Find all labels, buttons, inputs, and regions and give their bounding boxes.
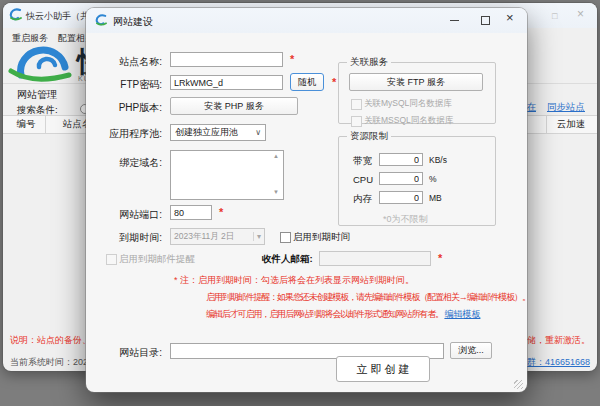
edit-template-link[interactable]: 编辑模板 [444,309,480,319]
mssql-checkbox[interactable] [351,116,362,127]
resource-limits-legend: 资源限制 [347,130,391,143]
footer-note-left: 说明：站点的备份、 [10,334,91,347]
mysql-checkbox-label: 关联MySQL同名数据库 [364,98,452,110]
sync-site-link[interactable]: 同步站点 [547,101,585,114]
associated-services-legend: 关联服务 [347,56,391,69]
dialog-title: 网站建设 [113,15,153,29]
browse-button[interactable]: 浏览... [450,342,492,359]
column-header-number[interactable]: 编号 [7,116,46,133]
chevron-down-icon: ∨ [255,128,261,137]
main-window-title: 快云小助手（共 [26,10,89,23]
desktop: 快云小助手（共 □ × 重启服务 配置相关 快 KU 网站管理 搜索条件: 存在… [0,0,600,406]
required-mark: * [219,206,223,218]
system-time-label: 当前系统时间：202 [10,356,88,369]
mysql-checkbox[interactable] [351,99,362,110]
note-line-3: 编辑后才可启用，启用后网站到期将会以邮件形式通知网站所有者。 编辑模板 [206,308,480,321]
cpu-unit: % [429,174,437,184]
dialog-app-icon [95,14,108,27]
bandwidth-input[interactable] [379,153,423,166]
note-line-2: 启用到期邮件提醒：如果您还未创建模板，请先编辑邮件模板（配置相关→编辑邮件模板）… [206,291,527,304]
maximize-icon[interactable] [481,16,490,25]
site-directory-label: 网站目录: [86,346,162,360]
site-create-dialog: 网站建设 × 站点名称: * FTP密码: 随机 * PHP版本: 安装 PHP… [86,8,527,392]
resource-limits-group: 资源限制 带宽 KB/s CPU % 内存 MB *0为不限制 [338,130,496,226]
resize-grip-icon[interactable] [514,380,523,389]
create-now-button[interactable]: 立 即 创 建 [336,356,430,382]
site-name-input[interactable] [170,52,283,67]
footer-note-right: 存储，重新激活。 [518,334,590,347]
column-header-cloud-accel[interactable]: 云加速 [546,116,595,133]
note-line-1: * 注：启用到期时间：勾选后将会在列表显示网站到期时间。 [174,274,414,287]
required-mark: * [290,53,294,65]
cpu-input[interactable] [379,172,423,185]
dialog-titlebar[interactable]: 网站建设 × [86,8,527,33]
site-name-label: 站点名称: [86,55,162,69]
enable-expire-checkbox[interactable] [280,232,291,243]
bind-domain-label: 绑定域名: [86,156,162,170]
bandwidth-unit: KB/s [429,155,447,165]
required-mark: * [438,252,442,264]
site-port-input[interactable] [170,205,212,220]
bind-domain-textarea[interactable] [170,150,284,200]
ftp-password-label: FTP密码: [86,78,162,92]
app-pool-label: 应用程序池: [86,127,162,141]
cpu-label: CPU [353,174,373,185]
minimize-icon[interactable] [450,20,459,21]
memory-input[interactable] [379,191,423,204]
ftp-password-input[interactable] [170,75,283,90]
kuaiyun-logo-icon [7,41,81,83]
php-version-label: PHP版本: [86,101,162,115]
associated-services-group: 关联服务 安装 FTP 服务 关联MySQL同名数据库 关联MSSQL同名数据库 [338,56,496,124]
expire-date-label: 到期时间: [86,231,162,245]
memory-unit: MB [429,193,442,203]
note-line-3-text: 编辑后才可启用，启用后网站到期将会以邮件形式通知网站所有者。 [206,309,443,319]
enable-mail-reminder-checkbox[interactable] [106,254,117,265]
expire-date-picker[interactable]: 2023年11月 2日 ▾ [170,228,265,245]
main-maximize-icon[interactable]: □ [552,10,557,22]
recipient-email-label: 收件人邮箱: [262,253,313,266]
calendar-dropdown-icon: ▾ [253,232,261,241]
app-pool-select[interactable]: 创建独立应用池 ∨ [170,124,266,141]
random-password-button[interactable]: 随机 [290,73,324,91]
mssql-checkbox-label: 关联MSSQL同名数据库 [364,115,453,127]
memory-label: 内存 [353,193,372,206]
expire-date-value: 2023年11月 2日 [174,231,234,243]
install-php-button[interactable]: 安装 PHP 服务 [170,97,298,115]
main-close-icon[interactable]: × [577,8,584,20]
nav-tab-site-management[interactable]: 网站管理 [17,88,57,102]
app-icon [9,8,23,22]
enable-expire-label: 启用到期时间 [293,231,350,244]
zero-unlimited-hint: *0为不限制 [383,213,428,226]
scroll-down-icon[interactable]: ▼ [273,189,279,195]
close-icon[interactable]: × [506,12,514,24]
bandwidth-label: 带宽 [353,155,372,168]
install-ftp-button[interactable]: 安装 FTP 服务 [349,73,483,91]
scroll-up-icon[interactable]: ▲ [273,153,279,159]
enable-mail-reminder-label: 启用到期邮件提醒 [119,253,195,266]
site-port-label: 网站端口: [86,208,162,222]
required-mark: * [332,76,336,88]
app-pool-selected-value: 创建独立应用池 [175,126,238,139]
recipient-email-input[interactable] [319,251,431,266]
